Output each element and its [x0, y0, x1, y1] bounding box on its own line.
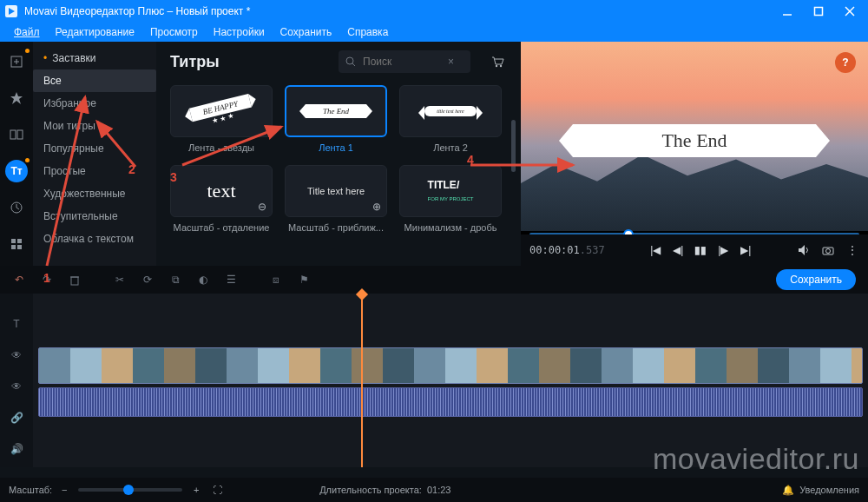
step-fwd-icon[interactable]: |▶ — [716, 243, 730, 257]
overlay-icon[interactable]: ⧇ — [269, 273, 283, 287]
clear-search-icon[interactable]: × — [448, 56, 454, 68]
playhead[interactable] — [361, 294, 363, 467]
search-icon — [345, 56, 356, 67]
menu-help[interactable]: Справка — [340, 23, 395, 41]
sidebar-item-all[interactable]: Все — [33, 69, 156, 92]
svg-rect-11 — [17, 130, 23, 139]
content-title: Титры — [170, 53, 220, 71]
minimize-button[interactable] — [781, 6, 793, 17]
tile-ribbon-2[interactable]: title text here Лента 2 — [399, 85, 502, 153]
title-track[interactable] — [38, 309, 863, 344]
rail-effects-icon[interactable] — [5, 87, 28, 109]
content-scrollbar[interactable] — [511, 120, 516, 172]
camera-icon[interactable] — [821, 243, 835, 257]
tile-ribbon-1[interactable]: The End Лента 1 — [285, 85, 387, 153]
title-bar: Movavi Видеоредактор Плюс – Новый проект… — [0, 0, 868, 23]
svg-rect-10 — [10, 130, 16, 139]
timeline-body[interactable] — [33, 294, 868, 467]
svg-point-23 — [825, 249, 830, 254]
menu-bar: Файл Редактирование Просмотр Настройки С… — [0, 23, 868, 42]
zoom-label: Масштаб: — [9, 485, 52, 495]
step-back-icon[interactable]: ◀| — [671, 243, 685, 257]
audio-track[interactable] — [38, 387, 863, 417]
svg-line-18 — [352, 63, 355, 66]
menu-view[interactable]: Просмотр — [143, 23, 205, 41]
skip-start-icon[interactable]: |◀ — [648, 243, 662, 257]
cut-icon[interactable]: ✂ — [113, 273, 127, 287]
watermark: movavieditor.ru — [653, 442, 859, 476]
sidebar-item-simple[interactable]: Простые — [33, 160, 156, 182]
menu-edit[interactable]: Редактирование — [49, 23, 141, 41]
annotation-4: 4 — [467, 153, 474, 167]
video-track[interactable] — [38, 347, 863, 384]
tile-zoom-in[interactable]: Title text here⊕ Масштаб - приближ... — [285, 165, 387, 233]
track-video-icon[interactable]: 👁 — [11, 380, 22, 393]
svg-point-17 — [346, 57, 353, 64]
track-visible-icon[interactable]: 👁 — [11, 349, 22, 361]
track-audio-icon[interactable]: 🔊 — [10, 443, 23, 455]
zoom-fit-icon[interactable]: ⛶ — [210, 483, 224, 497]
timeline-toolbar: ↶ ↷ ✂ ⟳ ⧉ ◐ ☰ ⧇ ⚑ Сохранить — [0, 266, 868, 294]
crop-icon[interactable]: ⧉ — [168, 273, 182, 287]
sidebar-header[interactable]: •Заставки — [33, 47, 156, 69]
rail-clock-icon[interactable] — [5, 196, 28, 219]
track-link-icon[interactable]: 🔗 — [10, 412, 23, 424]
zoom-in-btn[interactable]: + — [189, 483, 203, 497]
tile-minimal[interactable]: TITLE/FOR MY PROJECT Минимализм - дробь — [399, 165, 502, 233]
svg-rect-13 — [11, 239, 16, 243]
timeline: T 👁 👁 🔗 🔊 ♫ — [0, 294, 868, 467]
color-icon[interactable]: ◐ — [196, 273, 210, 287]
app-icon — [3, 3, 19, 19]
svg-rect-14 — [17, 239, 22, 243]
category-sidebar: •Заставки Все Избранное Мои титры Популя… — [33, 42, 156, 266]
search-box[interactable]: × — [339, 50, 470, 73]
notifications-label[interactable]: Уведомления — [799, 485, 859, 495]
cart-icon[interactable] — [488, 52, 507, 71]
save-button[interactable]: Сохранить — [776, 269, 856, 290]
status-bar: Масштаб: − + ⛶ Длительность проекта: 01:… — [0, 478, 868, 502]
duration-label: Длительность проекта: 01:23 — [319, 485, 450, 495]
tile-ribbon-stars[interactable]: BE HAPPY★ ★ ★ Лента - звезды — [170, 85, 273, 153]
zoom-slider[interactable] — [78, 488, 182, 492]
zoom-out-btn[interactable]: − — [57, 483, 71, 497]
svg-rect-15 — [11, 245, 16, 249]
menu-file[interactable]: Файл — [7, 23, 47, 41]
svg-marker-9 — [10, 92, 23, 104]
preview-controls-bar: 00:00:01.537 |◀ ◀| ▮▮ |▶ ▶| ⋮ — [521, 234, 868, 266]
window-title: Movavi Видеоредактор Плюс – Новый проект… — [24, 5, 250, 17]
undo-icon[interactable]: ↶ — [12, 273, 26, 287]
track-title-icon[interactable]: T — [13, 318, 19, 330]
marker-icon[interactable]: ⚑ — [297, 273, 311, 287]
rail-titles-icon[interactable]: Tт — [5, 160, 28, 182]
search-input[interactable] — [363, 56, 441, 68]
skip-end-icon[interactable]: ▶| — [739, 243, 753, 257]
adjust-icon[interactable]: ☰ — [224, 273, 238, 287]
menu-settings[interactable]: Настройки — [207, 23, 272, 41]
sidebar-item-intro[interactable]: Вступительные — [33, 205, 156, 228]
close-button[interactable] — [844, 6, 856, 17]
help-badge[interactable]: ? — [835, 52, 856, 73]
pause-icon[interactable]: ▮▮ — [694, 243, 707, 257]
maximize-button[interactable] — [812, 6, 825, 17]
volume-icon[interactable] — [797, 243, 811, 257]
rotate-icon[interactable]: ⟳ — [141, 273, 155, 287]
sidebar-item-bubble[interactable]: Облачка с текстом — [33, 228, 156, 250]
rail-add-icon[interactable] — [5, 50, 28, 73]
rail-grid-icon[interactable] — [5, 233, 28, 255]
bell-icon[interactable]: 🔔 — [782, 485, 794, 496]
tiles-grid: BE HAPPY★ ★ ★ Лента - звезды The End Лен… — [170, 85, 507, 233]
more-icon[interactable]: ⋮ — [845, 243, 859, 257]
menu-save[interactable]: Сохранить — [273, 23, 339, 41]
sidebar-item-my[interactable]: Мои титры — [33, 115, 156, 137]
svg-point-20 — [500, 65, 502, 67]
trash-icon[interactable] — [68, 273, 82, 287]
svg-marker-21 — [799, 245, 805, 255]
sidebar-item-art[interactable]: Художественные — [33, 182, 156, 205]
sidebar-item-fav[interactable]: Избранное — [33, 92, 156, 115]
sidebar-item-popular[interactable]: Популярные — [33, 137, 156, 160]
annotation-1: 1 — [43, 271, 50, 285]
svg-rect-16 — [17, 245, 22, 249]
preview-title-ribbon: The End — [573, 124, 816, 157]
rail-transition-icon[interactable] — [5, 123, 28, 146]
tile-zoom-out[interactable]: text⊖ Масштаб - отдаление — [170, 165, 273, 233]
